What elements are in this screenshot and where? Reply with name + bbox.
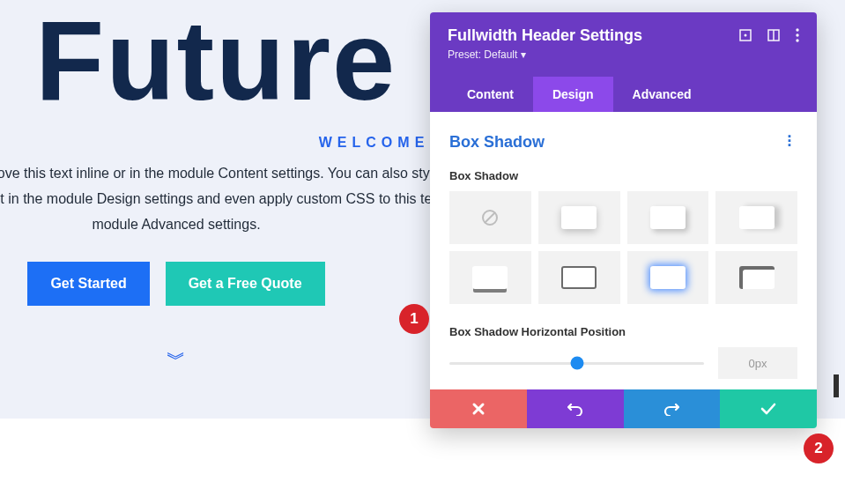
hpos-slider[interactable]	[449, 354, 704, 372]
slider-thumb-icon[interactable]	[570, 357, 583, 370]
hpos-value[interactable]: 0px	[718, 347, 797, 379]
shadow-preset-6[interactable]	[627, 251, 709, 304]
get-started-button[interactable]: Get Started	[27, 262, 149, 306]
more-icon[interactable]	[796, 28, 799, 42]
close-icon	[471, 402, 486, 416]
shadow-preset-1[interactable]	[538, 191, 620, 244]
panel-body: Box Shadow ⠇ Box Shadow Box Shadow Horiz…	[430, 112, 817, 389]
redo-icon	[663, 402, 679, 416]
tab-advanced[interactable]: Advanced	[613, 77, 711, 112]
resize-handle[interactable]	[834, 374, 839, 397]
expand-icon[interactable]	[739, 29, 752, 41]
none-icon	[480, 208, 500, 227]
svg-line-8	[485, 212, 495, 223]
panel-header: Fullwidth Header Settings Preset: Defaul…	[430, 12, 817, 112]
redo-button[interactable]	[624, 389, 721, 428]
get-quote-button[interactable]: Get a Free Quote	[166, 262, 325, 306]
columns-icon[interactable]	[767, 29, 780, 41]
save-button[interactable]	[720, 389, 817, 428]
box-shadow-label: Box Shadow	[449, 169, 797, 182]
hpos-label: Box Shadow Horizontal Position	[449, 325, 797, 338]
cancel-button[interactable]	[430, 389, 527, 428]
tab-content[interactable]: Content	[448, 77, 533, 112]
tabs: Content Design Advanced	[448, 77, 799, 112]
annotation-marker-2: 2	[804, 434, 834, 463]
panel-footer	[430, 389, 817, 428]
panel-title: Fullwidth Header Settings	[448, 26, 642, 45]
shadow-preset-5[interactable]	[538, 251, 620, 304]
preset-selector[interactable]: Preset: Default ▾	[448, 48, 642, 61]
shadow-preset-grid	[449, 191, 797, 304]
svg-point-1	[745, 34, 747, 37]
shadow-preset-2[interactable]	[627, 191, 709, 244]
hpos-control: 0px	[449, 347, 797, 379]
shadow-preset-7[interactable]	[715, 251, 797, 304]
section-more-icon[interactable]: ⠇	[786, 139, 797, 145]
svg-point-6	[796, 39, 798, 41]
settings-panel: Fullwidth Header Settings Preset: Defaul…	[430, 12, 817, 428]
tab-design[interactable]: Design	[533, 77, 613, 112]
check-icon	[760, 403, 776, 415]
shadow-preset-3[interactable]	[715, 191, 797, 244]
shadow-preset-none[interactable]	[449, 191, 531, 244]
shadow-preset-4[interactable]	[449, 251, 531, 304]
svg-point-4	[796, 28, 798, 31]
undo-button[interactable]	[527, 389, 624, 428]
svg-point-5	[796, 33, 798, 36]
section-title[interactable]: Box Shadow	[449, 133, 545, 152]
undo-icon	[567, 402, 583, 416]
annotation-marker-1: 1	[399, 304, 429, 334]
